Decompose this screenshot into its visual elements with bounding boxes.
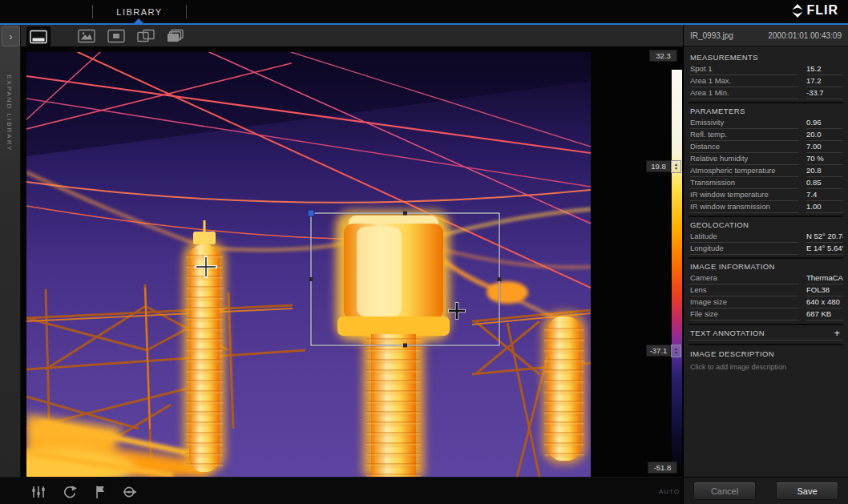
- temperature-scale-bar[interactable]: [672, 70, 682, 466]
- filename: IR_0993.jpg: [690, 31, 733, 40]
- photo-view-button[interactable]: [75, 26, 98, 45]
- spinner-down-icon: ▼: [674, 167, 678, 171]
- table-row: Atmospheric temperature 20.8: [688, 165, 843, 177]
- tab-library-label: LIBRARY: [116, 7, 162, 17]
- flir-logo-text: FLIR: [806, 3, 838, 18]
- picture-in-picture-button[interactable]: [105, 26, 127, 45]
- parameter-value[interactable]: 0.85: [806, 178, 843, 189]
- text-annotation-section: TEXT ANNOTATION +: [688, 324, 843, 341]
- add-annotation-button[interactable]: +: [834, 329, 842, 337]
- table-row: Transmission 0.85: [688, 177, 843, 189]
- table-row: Distance 7.00: [688, 141, 843, 153]
- parameter-value[interactable]: 0.96: [806, 118, 843, 129]
- image-info-label: File size: [690, 309, 798, 321]
- adjust-icon: [30, 484, 46, 500]
- image-information-title: IMAGE INFORMATION: [688, 260, 843, 272]
- measurement-value: 15.2: [806, 64, 843, 75]
- flir-tools-window: LIBRARY FLIR › EXPAND LIBRARY: [0, 0, 848, 504]
- measurements-section: MEASUREMENTS Spot 1 15.2 Area 1 Max. 17.…: [688, 50, 843, 99]
- geolocation-title: GEOLOCATION: [688, 219, 843, 231]
- image-info-value: FOL38: [806, 285, 843, 296]
- library-sidebar-collapsed: › EXPAND LIBRARY: [0, 25, 21, 477]
- scale-upper-value[interactable]: 19.8: [646, 160, 671, 172]
- scale-max-label: 32.3: [649, 50, 677, 62]
- auto-scale-label[interactable]: AUTO: [659, 488, 680, 495]
- image-description-section: IMAGE DESCRIPTION Click to add image des…: [688, 344, 843, 371]
- parameter-value[interactable]: 7.00: [806, 142, 843, 153]
- locate-button[interactable]: [120, 483, 139, 501]
- flag-button[interactable]: [91, 483, 111, 501]
- fusion-view-button[interactable]: [135, 26, 157, 45]
- expand-library-label: EXPAND LIBRARY: [6, 75, 13, 152]
- parameter-value[interactable]: 70 %: [806, 154, 843, 165]
- parameter-label: Refl. temp.: [690, 130, 798, 141]
- parameters-section: PARAMETERS Emissivity 0.96 Refl. temp. 2…: [688, 102, 843, 213]
- scale-min-label: -51.8: [648, 462, 677, 474]
- table-row: Camera ThermaCAM S: [688, 272, 843, 284]
- tab-divider: [186, 5, 187, 18]
- expand-library-button[interactable]: ›: [2, 26, 20, 46]
- file-info-bar: IR_0993.jpg 2000:01:01 00:43:09: [684, 25, 848, 46]
- table-row: Area 1 Min. -33.7: [688, 87, 843, 99]
- save-button[interactable]: Save: [776, 482, 838, 500]
- parameter-label: Relative humidity: [690, 154, 798, 165]
- top-bar: LIBRARY FLIR: [0, 0, 848, 23]
- thermal-image[interactable]: [26, 52, 591, 477]
- image-information-section: IMAGE INFORMATION Camera ThermaCAM S Len…: [688, 257, 843, 321]
- gallery-view-icon: [166, 29, 185, 43]
- parameter-label: Atmospheric temperature: [690, 166, 798, 177]
- timestamp: 2000:01:01 00:43:09: [768, 31, 842, 40]
- spinner-down-icon: ▼: [674, 351, 678, 355]
- area-corner-handle[interactable]: [308, 210, 314, 216]
- table-row: Refl. temp. 20.0: [688, 129, 843, 141]
- gallery-view-button[interactable]: [164, 26, 187, 45]
- view-mode-toolbar: [21, 25, 683, 47]
- panel-footer: Cancel Save: [684, 477, 848, 504]
- image-info-label: Image size: [690, 297, 798, 308]
- image-info-value: 640 x 480: [806, 297, 843, 308]
- image-description-input[interactable]: Click to add image description: [690, 363, 842, 371]
- scale-upper-spinner[interactable]: ▲ ▼: [671, 160, 681, 173]
- ir-view-icon: [29, 30, 48, 44]
- rotate-button[interactable]: [60, 483, 79, 501]
- parameter-value[interactable]: 7.4: [806, 190, 843, 201]
- fusion-view-icon: [136, 29, 155, 43]
- rotate-icon: [62, 484, 78, 500]
- table-row: Longitude E 14° 5.64': [688, 243, 843, 255]
- flir-logo: FLIR: [792, 3, 838, 18]
- measurements-title: MEASUREMENTS: [688, 51, 843, 63]
- scale-lower-value[interactable]: -37.1: [646, 345, 671, 357]
- table-row: IR window temperature 7.4: [688, 189, 843, 201]
- table-row: IR window transmission 1.00: [688, 201, 843, 213]
- chevron-right-icon: ›: [10, 31, 13, 42]
- parameter-label: IR window transmission: [690, 202, 798, 213]
- measurement-value: 17.2: [806, 76, 843, 87]
- image-info-label: Camera: [690, 273, 798, 284]
- geolocation-value: E 14° 5.64': [806, 244, 843, 255]
- parameter-value[interactable]: 1.00: [806, 202, 843, 213]
- flag-icon: [93, 484, 109, 500]
- text-annotation-title: TEXT ANNOTATION: [690, 329, 765, 337]
- flir-compass-icon: [792, 4, 803, 18]
- cancel-button[interactable]: Cancel: [693, 482, 756, 500]
- locate-icon: [122, 484, 138, 500]
- ir-view-button[interactable]: [26, 26, 50, 46]
- table-row: Emissivity 0.96: [688, 117, 843, 129]
- geolocation-label: Latitude: [690, 232, 798, 243]
- table-row: Relative humidity 70 %: [688, 153, 843, 165]
- image-info-label: Lens: [690, 285, 798, 296]
- parameter-label: Emissivity: [690, 118, 798, 129]
- adjust-button[interactable]: [29, 483, 48, 501]
- scale-lower-spinner[interactable]: ▲ ▼: [671, 345, 681, 357]
- details-panel: IR_0993.jpg 2000:01:01 00:43:09 MEASUREM…: [683, 25, 848, 504]
- parameter-value[interactable]: 20.8: [806, 166, 843, 177]
- picture-in-picture-icon: [107, 29, 126, 43]
- image-toolbar: AUTO: [0, 477, 683, 504]
- table-row: Image size 640 x 480: [688, 296, 843, 308]
- table-row: Latitude N 52° 20.74': [688, 231, 843, 243]
- geolocation-value: N 52° 20.74': [806, 232, 843, 243]
- table-row: Area 1 Max. 17.2: [688, 75, 843, 87]
- measurement-value: -33.7: [806, 88, 843, 99]
- image-info-value: 687 KB: [806, 309, 843, 321]
- parameter-value[interactable]: 20.0: [806, 130, 843, 141]
